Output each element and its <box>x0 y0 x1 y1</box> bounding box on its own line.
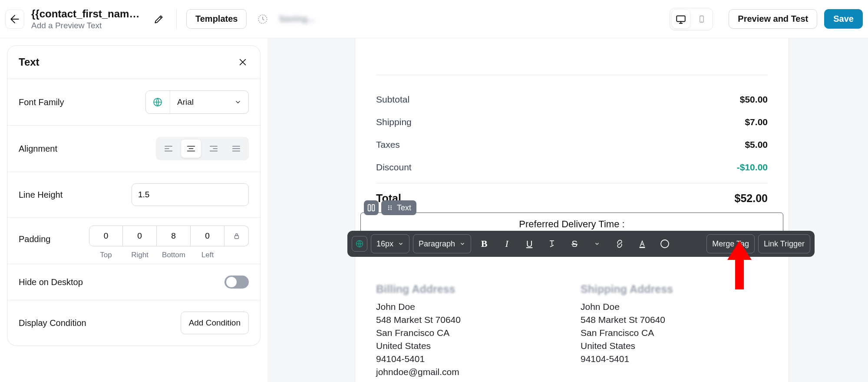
pencil-icon <box>153 13 165 25</box>
svg-point-12 <box>390 209 392 210</box>
padding-top-input[interactable] <box>89 226 123 246</box>
bold-icon: B <box>481 238 488 249</box>
block-type-chip-label: Text <box>397 203 411 213</box>
panel-close-button[interactable] <box>237 56 249 68</box>
padding-bottom-input[interactable] <box>157 226 191 246</box>
clear-formatting-button[interactable] <box>542 234 561 253</box>
align-left-button[interactable] <box>158 140 178 158</box>
font-size-select[interactable]: 16px <box>371 234 409 253</box>
shipping-line: 94104-5401 <box>581 354 768 364</box>
svg-rect-1 <box>677 16 686 21</box>
block-type-chip[interactable]: Text <box>381 200 416 215</box>
link-icon <box>615 239 624 249</box>
edit-title-button[interactable] <box>151 11 167 27</box>
padding-top-caption: Top <box>89 251 123 259</box>
align-right-button[interactable] <box>204 140 224 158</box>
block-type-select[interactable]: Paragraph <box>413 234 471 253</box>
line-height-label: Line Height <box>19 190 63 200</box>
templates-button[interactable]: Templates <box>186 9 247 29</box>
order-summary: Subtotal$50.00 Shipping$7.00 Taxes$5.00 … <box>355 75 789 183</box>
line-height-row: Line Height <box>7 172 260 218</box>
chevron-down-icon <box>234 99 241 106</box>
strikethrough-button[interactable]: S <box>565 234 584 253</box>
billing-line: John Doe <box>376 302 563 312</box>
align-center-button[interactable] <box>181 140 201 158</box>
add-condition-button[interactable]: Add Condition <box>181 312 249 334</box>
alignment-label: Alignment <box>19 144 57 154</box>
link-button[interactable] <box>610 234 629 253</box>
padding-left-caption: Left <box>191 251 224 259</box>
bg-color-button[interactable] <box>655 234 674 253</box>
discount-value: -$10.00 <box>737 162 768 173</box>
history-timestamp-blurred: Saving... <box>279 14 314 24</box>
italic-icon: I <box>505 238 508 249</box>
close-icon <box>238 57 248 67</box>
preview-text-placeholder[interactable]: Add a Preview Text <box>31 21 144 30</box>
text-toolbar: 16px Paragraph B I U S <box>347 231 815 257</box>
italic-button[interactable]: I <box>497 234 516 253</box>
mobile-icon <box>697 13 706 25</box>
billing-line: San Francisco CA <box>376 328 563 338</box>
shipping-value: $7.00 <box>745 117 768 127</box>
total-value: $52.00 <box>735 192 768 205</box>
drag-handle-icon <box>386 204 393 211</box>
total-row: Total $52.00 <box>355 183 789 205</box>
svg-rect-6 <box>372 205 375 211</box>
save-button[interactable]: Save <box>824 9 863 29</box>
svg-point-7 <box>388 206 389 207</box>
link-trigger-button[interactable]: Link Trigger <box>758 234 810 253</box>
billing-line: johndoe@gmail.com <box>376 367 563 377</box>
email-document[interactable]: Subtotal$50.00 Shipping$7.00 Taxes$5.00 … <box>355 38 789 382</box>
mobile-view-button[interactable] <box>693 10 711 28</box>
underline-button[interactable]: U <box>520 234 539 253</box>
chevron-down-icon <box>459 241 465 247</box>
line-height-input[interactable] <box>132 183 249 206</box>
strike-dropdown[interactable] <box>587 234 607 253</box>
canvas[interactable]: Subtotal$50.00 Shipping$7.00 Taxes$5.00 … <box>267 38 868 382</box>
top-bar: {{contact_first_nam… Add a Preview Text … <box>0 0 868 38</box>
workspace: Text Font Family Arial <box>0 38 868 382</box>
shipping-title: Shipping Address <box>581 283 768 296</box>
strike-icon: S <box>571 239 577 249</box>
alignment-row: Alignment <box>7 126 260 172</box>
bold-button[interactable]: B <box>475 234 494 253</box>
global-style-button[interactable] <box>352 236 367 252</box>
align-right-icon <box>209 145 218 153</box>
billing-line: 548 Market St 70640 <box>376 315 563 325</box>
block-columns-button[interactable] <box>364 200 379 215</box>
taxes-label: Taxes <box>376 140 400 150</box>
svg-rect-5 <box>368 205 371 211</box>
history-button[interactable] <box>254 10 272 28</box>
back-button[interactable] <box>5 10 24 29</box>
hide-on-desktop-toggle[interactable] <box>224 276 249 289</box>
font-family-select[interactable]: Arial <box>145 90 249 114</box>
text-block-content: Preferred Delivery Time : <box>519 219 624 230</box>
padding-row: Padding Top Right Bottom Left <box>7 218 260 264</box>
device-toggle <box>670 8 713 30</box>
block-type-value: Paragraph <box>419 239 455 249</box>
svg-point-10 <box>390 207 392 209</box>
padding-lock-button[interactable] <box>224 226 249 246</box>
font-family-row: Font Family Arial <box>7 79 260 126</box>
desktop-view-button[interactable] <box>672 10 690 28</box>
underline-icon: U <box>526 239 532 249</box>
billing-line: United States <box>376 341 563 351</box>
merge-tag-button[interactable]: Merge Tag <box>706 234 755 253</box>
clock-icon <box>257 13 268 25</box>
text-color-icon <box>637 239 647 249</box>
padding-right-input[interactable] <box>123 226 157 246</box>
svg-point-8 <box>390 206 392 207</box>
padding-left-input[interactable] <box>191 226 224 246</box>
preview-and-test-button[interactable]: Preview and Test <box>729 9 817 29</box>
page-title[interactable]: {{contact_first_nam… <box>31 8 144 20</box>
discount-label: Discount <box>376 162 412 173</box>
hide-on-desktop-row: Hide on Desktop <box>7 264 260 300</box>
padding-bottom-caption: Bottom <box>157 251 191 259</box>
align-left-icon <box>164 145 173 153</box>
align-justify-button[interactable] <box>226 140 246 158</box>
align-center-icon <box>186 145 196 153</box>
billing-title: Billing Address <box>376 283 563 296</box>
text-color-button[interactable] <box>633 234 652 253</box>
hide-on-desktop-label: Hide on Desktop <box>19 277 83 287</box>
panel-header: Text <box>7 46 260 79</box>
